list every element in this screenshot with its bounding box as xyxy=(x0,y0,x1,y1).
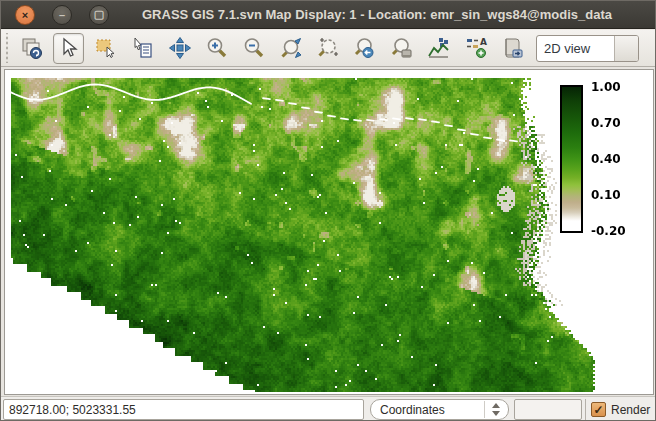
svg-text:A: A xyxy=(480,37,487,47)
save-display-button[interactable] xyxy=(497,33,528,64)
status-bar: 892718.00; 5023331.55 Coordinates ✓ Rend… xyxy=(1,396,655,421)
analyze-button[interactable] xyxy=(423,33,454,64)
map-toolbar: A 2D view xyxy=(1,30,655,67)
coordinates-display[interactable]: 892718.00; 5023331.55 xyxy=(3,399,364,420)
select-region-icon xyxy=(94,36,118,60)
pointer-button[interactable] xyxy=(53,33,84,64)
toolbar-drag-handle[interactable] xyxy=(3,33,10,63)
maximize-button[interactable]: ▢ xyxy=(89,5,109,25)
statusbar-separator xyxy=(585,399,586,420)
render-checkbox[interactable]: ✓ xyxy=(591,402,606,417)
zoom-in-button[interactable] xyxy=(201,33,232,64)
statusbar-progress-slot xyxy=(514,399,582,420)
maximize-icon: ▢ xyxy=(94,8,104,21)
pan-icon xyxy=(168,36,192,60)
zoom-extent-button[interactable] xyxy=(275,33,306,64)
view-mode-select[interactable]: 2D view xyxy=(536,35,639,62)
zoom-back-button[interactable] xyxy=(349,33,380,64)
view-mode-dropdown-button[interactable] xyxy=(614,36,638,61)
query-button[interactable] xyxy=(127,33,158,64)
render-toggle[interactable]: ✓ Render xyxy=(591,399,655,420)
analyze-icon xyxy=(427,36,451,60)
statusbar-mode-select[interactable]: Coordinates xyxy=(370,399,509,420)
map-panel: 1.00 0.70 0.40 0.10 -0.20 xyxy=(1,67,656,396)
close-button[interactable]: × xyxy=(15,5,35,25)
query-icon xyxy=(131,36,155,60)
zoom-menu-icon xyxy=(390,36,414,60)
spinner-up-icon xyxy=(492,403,500,408)
select-button[interactable] xyxy=(90,33,121,64)
spinner-down-icon xyxy=(492,411,500,416)
zoom-in-icon xyxy=(205,36,229,60)
pan-button[interactable] xyxy=(164,33,195,64)
minimize-icon: – xyxy=(59,9,65,21)
statusbar-mode-spinner[interactable] xyxy=(484,401,506,418)
zoom-region-button[interactable] xyxy=(312,33,343,64)
zoom-region-icon xyxy=(316,36,340,60)
map-display-window: × – ▢ GRASS GIS 7.1.svn Map Display: 1 -… xyxy=(0,0,656,421)
pointer-icon xyxy=(57,36,81,60)
zoom-back-icon xyxy=(353,36,377,60)
window-title: GRASS GIS 7.1.svn Map Display: 1 - Locat… xyxy=(109,7,655,22)
zoom-out-button[interactable] xyxy=(238,33,269,64)
minimize-button[interactable]: – xyxy=(52,5,72,25)
map-canvas[interactable] xyxy=(4,69,654,395)
rerender-icon xyxy=(20,36,44,60)
close-icon: × xyxy=(22,9,28,21)
zoom-menu-button[interactable] xyxy=(386,33,417,64)
statusbar-mode-value: Coordinates xyxy=(380,403,445,417)
render-checkbox-label: Render xyxy=(611,403,650,417)
zoom-extent-icon xyxy=(279,36,303,60)
save-display-icon xyxy=(501,36,525,60)
view-mode-value: 2D view xyxy=(537,41,614,56)
add-overlay-button[interactable]: A xyxy=(460,33,491,64)
add-overlay-icon: A xyxy=(464,36,488,60)
title-bar[interactable]: × – ▢ GRASS GIS 7.1.svn Map Display: 1 -… xyxy=(1,1,655,29)
zoom-out-icon xyxy=(242,36,266,60)
rerender-button[interactable] xyxy=(16,33,47,64)
